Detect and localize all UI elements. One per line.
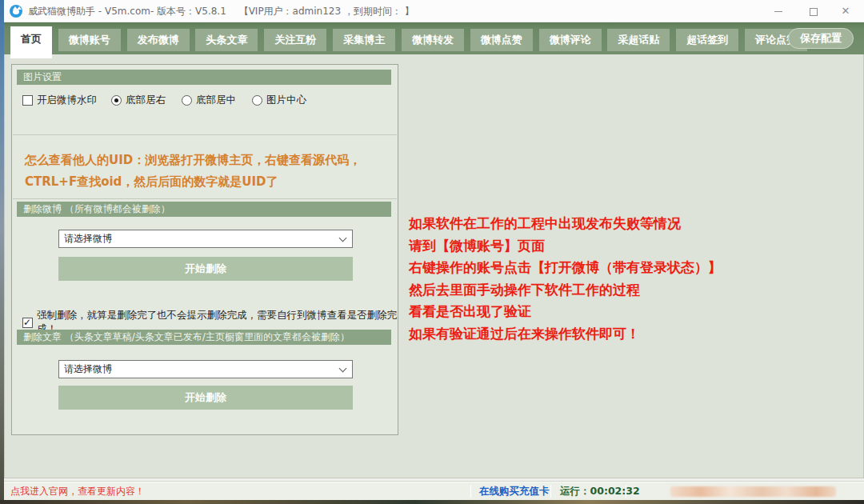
delete-article-account-select[interactable]: 请选择微博 bbox=[58, 360, 353, 378]
tab-follow-mutual[interactable]: 关注互粉 bbox=[264, 29, 326, 51]
watermark-label[interactable]: 开启微博水印 bbox=[37, 94, 97, 107]
delete-article-select-value: 请选择微博 bbox=[64, 363, 112, 374]
chevron-down-icon bbox=[340, 235, 346, 242]
buy-recharge-card-link[interactable]: 在线购买充值卡 bbox=[479, 482, 550, 500]
radio-image-center[interactable] bbox=[252, 95, 262, 106]
notice-line-1: 如果软件在工作的工程中出现发布失败等情况 bbox=[409, 213, 722, 235]
official-site-link[interactable]: 点我进入官网，查看更新内容！ bbox=[10, 482, 145, 500]
runtime-label: 运行： bbox=[560, 485, 590, 497]
tab-collect-supertopic-posts[interactable]: 采超话贴 bbox=[607, 29, 670, 51]
runtime-value: 00:02:32 bbox=[590, 485, 640, 497]
redacted-area bbox=[670, 486, 836, 497]
tab-supertopic-checkin[interactable]: 超话签到 bbox=[676, 29, 738, 51]
notice-line-5: 看看是否出现了验证 bbox=[409, 301, 722, 323]
tab-weibo-comment[interactable]: 微博评论 bbox=[539, 29, 602, 51]
window-title: 威武猫微博助手 - V5m.com- 版本号：V5.8.1 【VIP用户：adm… bbox=[28, 0, 414, 22]
app-cat-icon bbox=[10, 5, 22, 18]
tab-collect-bloggers[interactable]: 采集博主 bbox=[333, 29, 395, 51]
watermark-checkbox[interactable] bbox=[22, 95, 33, 106]
tab-home[interactable]: 首页 bbox=[10, 26, 52, 58]
tab-headline-articles[interactable]: 头条文章 bbox=[195, 29, 258, 51]
notice-line-2: 请到【微博账号】页面 bbox=[409, 235, 722, 258]
chevron-down-icon bbox=[340, 366, 346, 372]
radio-bottom-center-label[interactable]: 底部居中 bbox=[196, 94, 236, 107]
runtime-display: 运行：00:02:32 bbox=[560, 482, 640, 500]
image-settings-controls: 开启微博水印 底部居右 底部居中 图片中心 bbox=[22, 94, 306, 106]
delete-article-header: 删除文章 （头条文章草稿/头条文章已发布/主页橱窗里面的文章都会被删除） bbox=[17, 330, 391, 345]
tab-weibo-repost[interactable]: 微博转发 bbox=[402, 29, 464, 51]
tab-bar: 首页 微博账号 发布微博 头条文章 关注互粉 采集博主 微博转发 微博点赞 微博… bbox=[4, 22, 864, 54]
tab-strip: 首页 微博账号 发布微博 头条文章 关注互粉 采集博主 微博转发 微博点赞 微博… bbox=[9, 22, 809, 54]
status-bar: 点我进入官网，查看更新内容！ 在线购买充值卡 运行：00:02:32 bbox=[4, 482, 864, 500]
delete-weibo-select-value: 请选择微博 bbox=[64, 233, 112, 244]
radio-bottom-center[interactable] bbox=[182, 95, 192, 106]
divider bbox=[13, 198, 397, 199]
save-config-button[interactable]: 保存配置 bbox=[788, 28, 854, 49]
minimize-button[interactable] bbox=[766, 0, 790, 22]
radio-bottom-right[interactable] bbox=[111, 95, 122, 106]
delete-article-start-button[interactable]: 开始删除 bbox=[58, 386, 353, 410]
radio-image-center-label[interactable]: 图片中心 bbox=[266, 94, 306, 107]
title-bar: 威武猫微博助手 - V5m.com- 版本号：V5.8.1 【VIP用户：adm… bbox=[4, 0, 864, 22]
tab-weibo-accounts[interactable]: 微博账号 bbox=[58, 29, 121, 51]
uid-tip-text: 怎么查看他人的UID：浏览器打开微博主页，右键查看源代码， CTRL+F查找oi… bbox=[25, 150, 361, 193]
desktop-edge-bottom bbox=[0, 500, 864, 504]
statusbar-separator bbox=[470, 485, 471, 498]
notice-line-3: 右键操作的账号点击【打开微博（带有登录状态）】 bbox=[409, 257, 722, 279]
uid-tip-line1: 怎么查看他人的UID：浏览器打开微博主页，右键查看源代码， bbox=[25, 150, 361, 171]
close-button[interactable]: ✕ bbox=[834, 0, 858, 22]
radio-bottom-right-label[interactable]: 底部居右 bbox=[126, 94, 166, 107]
notice-line-4: 然后去里面手动操作下软件工作的过程 bbox=[409, 279, 722, 302]
tab-weibo-like[interactable]: 微博点赞 bbox=[470, 29, 533, 51]
notice-line-6: 如果有验证通过后在来操作软件即可！ bbox=[409, 323, 722, 346]
force-delete-checkbox[interactable] bbox=[22, 318, 33, 328]
statusbar-separator bbox=[626, 485, 626, 498]
uid-tip-line2: CTRL+F查找oid，然后后面的数字就是UID了 bbox=[25, 171, 361, 193]
delete-weibo-account-select[interactable]: 请选择微博 bbox=[58, 230, 353, 248]
settings-panel: 图片设置 开启微博水印 底部居右 底部居中 图片中心 怎么查看他人的UID：浏览… bbox=[11, 64, 398, 435]
divider bbox=[13, 134, 397, 135]
maximize-button[interactable] bbox=[802, 0, 826, 22]
delete-weibo-start-button[interactable]: 开始删除 bbox=[58, 257, 353, 281]
tab-publish-weibo[interactable]: 发布微博 bbox=[127, 29, 190, 51]
failure-notice-text: 如果软件在工作的工程中出现发布失败等情况 请到【微博账号】页面 右键操作的账号点… bbox=[409, 213, 722, 345]
main-content: 图片设置 开启微博水印 底部居右 底部居中 图片中心 怎么查看他人的UID：浏览… bbox=[4, 54, 864, 478]
statusbar-separator bbox=[550, 485, 551, 498]
image-settings-header: 图片设置 bbox=[17, 70, 391, 85]
delete-weibo-header: 删除微博 （所有微博都会被删除） bbox=[17, 202, 391, 217]
